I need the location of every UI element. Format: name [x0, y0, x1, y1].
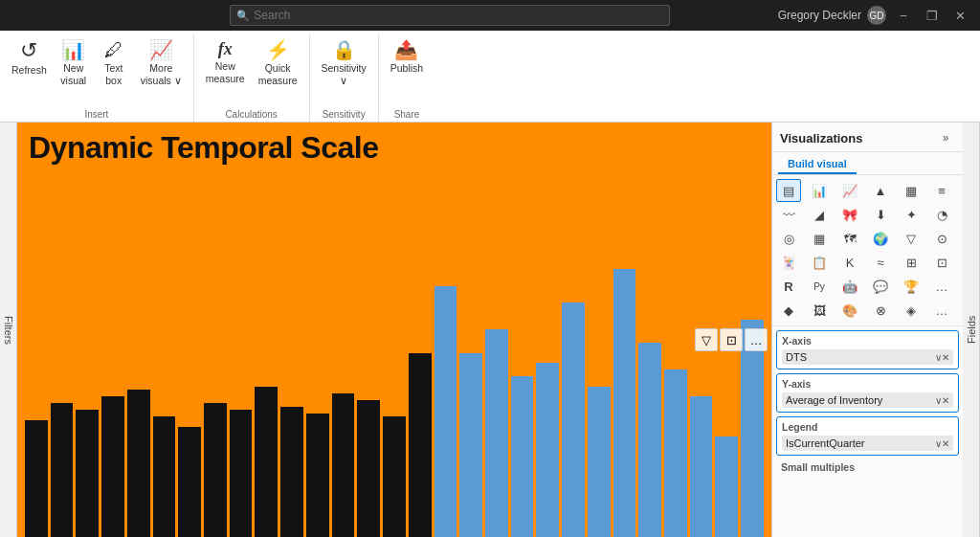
ribbon-sensitivity-button[interactable]: 🔒 Sensitivity∨	[316, 36, 372, 90]
more-visuals-label: Morevisuals ∨	[141, 62, 182, 86]
bar-blue	[562, 302, 585, 537]
viz-icon-waterfall[interactable]: ⬇	[868, 203, 893, 226]
viz-icon-ribbon[interactable]: 🎀	[837, 203, 862, 226]
main-area: Filters Dynamic Temporal Scale ▽ ⊡ … Vis…	[0, 123, 980, 537]
viz-icon-custom1[interactable]: ⊗	[868, 299, 893, 322]
ribbon-group-sensitivity-label: Sensitivity	[316, 109, 372, 122]
viz-icon-area[interactable]: ▲	[868, 179, 893, 202]
new-measure-label: Newmeasure	[206, 60, 245, 84]
viz-icon-kpi[interactable]: K	[837, 251, 862, 274]
bar-black	[153, 416, 176, 537]
viz-icon-card[interactable]: 🃏	[776, 251, 801, 274]
chart-title: Dynamic Temporal Scale	[17, 123, 771, 173]
ribbon-group-insert-label: Insert	[6, 109, 188, 122]
bar-blue	[434, 286, 457, 538]
yaxis-chevron[interactable]: ∨	[935, 395, 942, 406]
ribbon-refresh-button[interactable]: ↺ Refresh	[6, 36, 53, 80]
ribbon-more-visuals-button[interactable]: 📈 Morevisuals ∨	[135, 36, 188, 90]
xaxis-label: X-axis	[782, 335, 953, 347]
viz-icon-100pct[interactable]: ≡	[929, 179, 954, 202]
ribbon-text-box-button[interactable]: 🖊 Textbox	[95, 36, 133, 90]
minimize-button[interactable]: −	[892, 5, 915, 26]
focus-toolbar-btn[interactable]: ⊡	[720, 328, 743, 351]
ribbon-quick-measure-button[interactable]: ⚡ Quickmeasure	[253, 36, 303, 90]
bar-black	[332, 393, 355, 538]
xaxis-value: DTS ∨ ✕	[782, 349, 953, 365]
viz-icon-gauge[interactable]: ⊙	[929, 227, 954, 250]
viz-icons-grid: ▤ 📊 📈 ▲ ▦ ≡ 〰 ◢ 🎀 ⬇ ✦ ◔ ◎ ▦ 🗺 🌍 ▽ ⊙ 🃏 📋 …	[772, 175, 963, 326]
viz-icon-image[interactable]: 🖼	[807, 299, 832, 322]
viz-icon-color[interactable]: 🎨	[837, 299, 862, 322]
publish-icon: 📤	[394, 40, 418, 59]
search-input[interactable]	[254, 9, 663, 22]
viz-panel-icons: »	[936, 128, 955, 147]
chart-toolbar: ▽ ⊡ …	[695, 328, 768, 351]
viz-icon-donut[interactable]: ◎	[776, 227, 801, 250]
viz-icon-filled-map[interactable]: 🌍	[868, 227, 893, 250]
quick-measure-icon: ⚡	[266, 40, 290, 59]
xaxis-value-text: DTS	[786, 351, 935, 363]
field-section-xaxis: X-axis DTS ∨ ✕	[776, 330, 959, 369]
viz-icon-shape[interactable]: ◆	[776, 299, 801, 322]
bar-blue	[536, 363, 559, 537]
viz-icon-multirow-card[interactable]: 📋	[807, 251, 832, 274]
tab-build-visual[interactable]: Build visual	[778, 155, 857, 174]
ribbon: ↺ Refresh 📊 Newvisual 🖊 Textbox 📈 Morevi…	[0, 31, 980, 123]
ribbon-group-calculations: fx Newmeasure ⚡ Quickmeasure Calculation…	[194, 34, 310, 122]
filters-panel[interactable]: Filters	[0, 123, 17, 537]
viz-icon-py[interactable]: Py	[807, 275, 832, 298]
legend-label: Legend	[782, 421, 953, 433]
xaxis-chevron[interactable]: ∨	[935, 352, 942, 363]
yaxis-remove[interactable]: ✕	[942, 395, 949, 406]
viz-icon-r[interactable]: R	[776, 275, 801, 298]
close-button[interactable]: ✕	[949, 5, 972, 26]
viz-icon-custom2[interactable]: ◈	[899, 299, 924, 322]
title-bar-right: Gregory Deckler GD − ❐ ✕	[778, 5, 972, 26]
field-section-legend: Legend IsCurrentQuarter ∨ ✕	[776, 416, 959, 456]
ribbon-group-calculations-label: Calculations	[200, 109, 303, 122]
quick-measure-label: Quickmeasure	[258, 62, 298, 86]
viz-icon-area2[interactable]: ◢	[807, 203, 832, 226]
viz-icon-scatter[interactable]: ✦	[899, 203, 924, 226]
viz-icon-pie[interactable]: ◔	[929, 203, 954, 226]
viz-icon-treemap[interactable]: ▦	[807, 227, 832, 250]
viz-icon-column[interactable]: ▦	[899, 179, 924, 202]
bar-black	[306, 414, 329, 538]
fields-panel[interactable]: Fields	[963, 123, 980, 537]
viz-icon-qna[interactable]: 💬	[868, 275, 893, 298]
viz-icon-slicer[interactable]: ≈	[868, 251, 893, 274]
ribbon-items-share: 📤 Publish	[385, 36, 429, 107]
viz-icon-map[interactable]: 🗺	[837, 227, 862, 250]
viz-icon-line2[interactable]: 〰	[776, 203, 801, 226]
more-toolbar-btn[interactable]: …	[745, 328, 768, 351]
yaxis-value-text: Average of Inventory	[786, 394, 935, 406]
viz-icon-bar[interactable]: ▤	[776, 179, 801, 202]
restore-button[interactable]: ❐	[921, 5, 944, 26]
viz-icon-line[interactable]: 📈	[837, 179, 862, 202]
search-bar[interactable]: 🔍	[230, 5, 670, 26]
ribbon-group-insert: ↺ Refresh 📊 Newvisual 🖊 Textbox 📈 Morevi…	[0, 34, 194, 122]
viz-icon-table[interactable]: ⊞	[899, 251, 924, 274]
ribbon-new-measure-button[interactable]: fx Newmeasure	[200, 36, 251, 88]
viz-icon-ai[interactable]: 🤖	[837, 275, 862, 298]
legend-remove[interactable]: ✕	[942, 438, 949, 449]
ribbon-new-visual-button[interactable]: 📊 Newvisual	[55, 36, 93, 90]
viz-icon-custom3[interactable]: …	[929, 299, 954, 322]
filter-toolbar-btn[interactable]: ▽	[695, 328, 718, 351]
viz-icon-matrix[interactable]: ⊡	[929, 251, 954, 274]
fields-label: Fields	[966, 316, 977, 344]
ribbon-publish-button[interactable]: 📤 Publish	[385, 36, 429, 78]
xaxis-remove[interactable]: ✕	[942, 352, 949, 363]
viz-icon-decomp[interactable]: 🏆	[899, 275, 924, 298]
viz-icon-stacked-bar[interactable]: 📊	[807, 179, 832, 202]
bar-black	[255, 387, 278, 538]
legend-chevron[interactable]: ∨	[935, 438, 942, 449]
bar-black	[25, 420, 48, 538]
viz-icon-funnel[interactable]: ▽	[899, 227, 924, 250]
viz-icon-more[interactable]: …	[929, 275, 954, 298]
bar-chart	[17, 175, 771, 537]
more-visuals-icon: 📈	[149, 40, 173, 59]
user-name: Gregory Deckler	[778, 9, 861, 22]
bar-blue	[715, 436, 738, 537]
viz-expand-btn[interactable]: »	[936, 128, 955, 147]
